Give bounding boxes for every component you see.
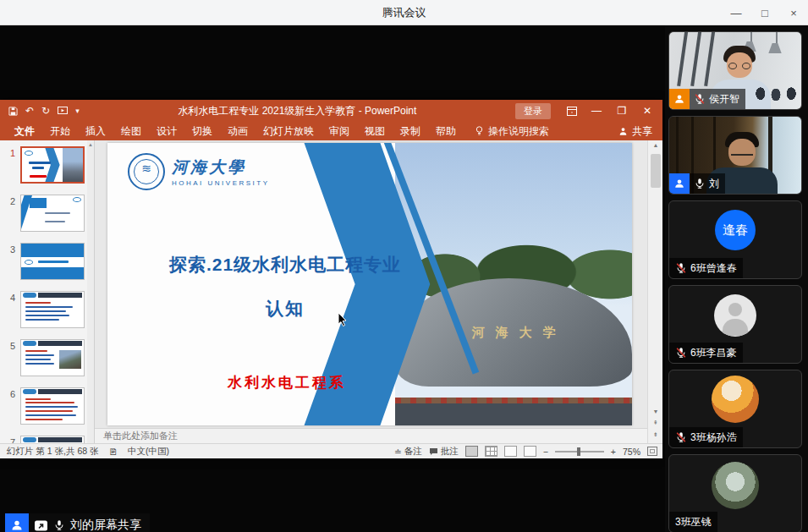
department-text: 水利水电工程系 (185, 373, 388, 392)
slide-canvas[interactable]: 河海大学 河海大學 HOHAI UNI (107, 143, 632, 425)
tab-review[interactable]: 审阅 (322, 122, 357, 140)
ppt-restore-button[interactable]: ❐ (610, 101, 634, 120)
participant-name: 3班杨孙浩 (690, 431, 737, 445)
thumbnail-row-4: 4 (0, 291, 95, 329)
notes-toggle-button[interactable]: ≐ 备注 (394, 446, 422, 458)
lightbulb-icon (475, 126, 483, 136)
slide-thumbnail-2[interactable] (20, 195, 85, 232)
minimize-button[interactable]: — (722, 0, 750, 25)
next-slide-button[interactable]: ⇟ (648, 431, 663, 438)
tab-file[interactable]: 文件 (7, 122, 42, 140)
slide-number: 4 (3, 293, 15, 303)
tab-view[interactable]: 视图 (357, 122, 393, 140)
slide-thumbnail-1[interactable] (20, 146, 85, 184)
participant-name: 刘 (709, 177, 719, 191)
slide-number: 7 (3, 437, 15, 443)
slide-sorter-view-button[interactable] (485, 446, 497, 457)
zoom-slider[interactable] (555, 451, 604, 452)
screen-share-icon (34, 519, 48, 532)
zoom-level[interactable]: 75% (623, 447, 640, 457)
ribbon-display-options-icon[interactable] (561, 101, 583, 120)
notes-pane[interactable]: 单击此处添加备注 (95, 428, 647, 443)
close-button[interactable]: × (779, 0, 808, 25)
zoom-in-button[interactable]: + (611, 447, 616, 457)
language-indicator[interactable]: 中文(中国) (128, 446, 169, 458)
tell-me-search[interactable]: 操作说明搜索 (475, 124, 549, 139)
fit-to-window-button[interactable] (647, 447, 657, 456)
participant-tile[interactable]: 逢春 6班曾逢春 (668, 200, 802, 279)
normal-view-button[interactable] (465, 446, 478, 457)
slide-number: 6 (3, 389, 15, 399)
ppt-statusbar: 幻灯片 第 1 张,共 68 张 🖹 中文(中国) ≐ 备注 批注 (0, 443, 662, 458)
logo-chinese-text: 河海大學 (172, 156, 270, 178)
ppt-minimize-button[interactable]: — (585, 101, 608, 120)
save-icon[interactable] (8, 107, 18, 116)
tab-help[interactable]: 帮助 (428, 122, 464, 140)
slide-thumbnail-3[interactable] (20, 243, 85, 280)
participant-tile[interactable]: 3班杨孙浩 (668, 370, 802, 448)
scrollbar-thumb[interactable] (651, 154, 661, 188)
slideshow-view-button[interactable] (524, 446, 536, 457)
shared-screen-stage: ↶ ↻ ▾ 水利水电工程专业 2021级新生入学教育 - PowerPoint … (0, 25, 665, 532)
hohai-logo: 河海大學 HOHAI UNIVERSITY (128, 153, 270, 190)
share-person-icon (618, 127, 628, 136)
meeting-title: 腾讯会议 (0, 5, 808, 20)
redo-icon[interactable]: ↻ (41, 105, 50, 117)
tab-slideshow[interactable]: 幻灯片放映 (256, 122, 322, 140)
slideshow-icon[interactable] (58, 107, 68, 116)
participant-nameplate: 侯开智 (669, 89, 745, 109)
tab-transitions[interactable]: 切换 (184, 122, 220, 140)
slide-thumbnail-6[interactable] (20, 387, 85, 425)
thumb-photo (63, 148, 83, 182)
slide-scrollbar[interactable]: ▲ ▼ ⇞ ⇟ (647, 140, 662, 443)
undo-icon[interactable]: ↶ (25, 105, 34, 117)
zoom-slider-thumb[interactable] (577, 447, 580, 456)
maximize-button[interactable]: □ (750, 0, 779, 25)
screen-share-banner: 刘的屏幕共享 (5, 513, 150, 532)
spellcheck-icon[interactable]: 🖹 (109, 447, 118, 457)
ppt-document-title: 水利水电工程专业 2021级新生入学教育 - PowerPoint (80, 104, 515, 118)
tab-animations[interactable]: 动画 (220, 122, 256, 140)
screen-share-label: 刘的屏幕共享 (70, 518, 141, 532)
slide-thumbnail-7[interactable] (20, 436, 85, 443)
thumb-logo (25, 151, 33, 156)
login-button[interactable]: 登录 (515, 103, 551, 119)
tab-insert[interactable]: 插入 (78, 122, 113, 140)
participant-tile[interactable]: 6班李昌豪 (668, 285, 802, 364)
participant-name: 6班曾逢春 (690, 261, 737, 276)
ribbon-tab-bar: 文件 开始 插入 绘图 设计 切换 动画 幻灯片放映 审阅 视图 录制 帮助 操… (0, 122, 662, 140)
thumbnail-row-6: 6 (0, 387, 95, 425)
slide-thumbnail-5[interactable] (20, 339, 85, 376)
qat-customize-icon[interactable]: ▾ (75, 107, 80, 115)
tab-design[interactable]: 设计 (149, 122, 184, 140)
comments-toggle-button[interactable]: 批注 (429, 446, 459, 458)
hedge-graphic (395, 398, 632, 403)
tab-home[interactable]: 开始 (42, 122, 78, 140)
participant-nameplate: 3班杨孙浩 (669, 427, 743, 447)
tencent-meeting-window: 腾讯会议 — □ × ↶ ↻ ▾ (0, 0, 808, 532)
mic-on-icon (694, 178, 706, 189)
participant-tile[interactable]: 刘 (668, 116, 802, 195)
ground-graphic (395, 403, 632, 425)
participant-name: 3班巫铫 (675, 515, 712, 529)
slide-thumbnail-4[interactable] (20, 291, 85, 328)
meeting-titlebar: 腾讯会议 — □ × (0, 0, 808, 25)
zoom-out-button[interactable]: − (543, 447, 548, 457)
share-button[interactable]: 共享 (618, 124, 652, 139)
ppt-close-button[interactable]: ✕ (635, 101, 659, 120)
ppt-body: 1 2 (0, 140, 662, 443)
window-controls: — □ × (722, 0, 808, 25)
ppt-titlebar: ↶ ↻ ▾ 水利水电工程专业 2021级新生入学教育 - PowerPoint … (0, 100, 662, 122)
mic-on-icon (53, 519, 65, 531)
tab-record[interactable]: 录制 (393, 122, 428, 140)
slide-number: 3 (3, 244, 15, 255)
tab-draw[interactable]: 绘图 (113, 122, 149, 140)
previous-slide-button[interactable]: ⇞ (648, 420, 663, 426)
thumbnail-scrollbar[interactable]: ▲ (87, 140, 94, 443)
quick-access-toolbar: ↶ ↻ ▾ (0, 105, 80, 117)
slide-title-line1: 探索.21级水利水电工程专业 (141, 253, 429, 277)
reading-view-button[interactable] (504, 446, 517, 457)
participant-tile[interactable]: 3班巫铫 (668, 454, 802, 532)
participant-tile[interactable]: 侯开智 (668, 31, 802, 110)
logo-english-text: HOHAI UNIVERSITY (172, 179, 270, 187)
